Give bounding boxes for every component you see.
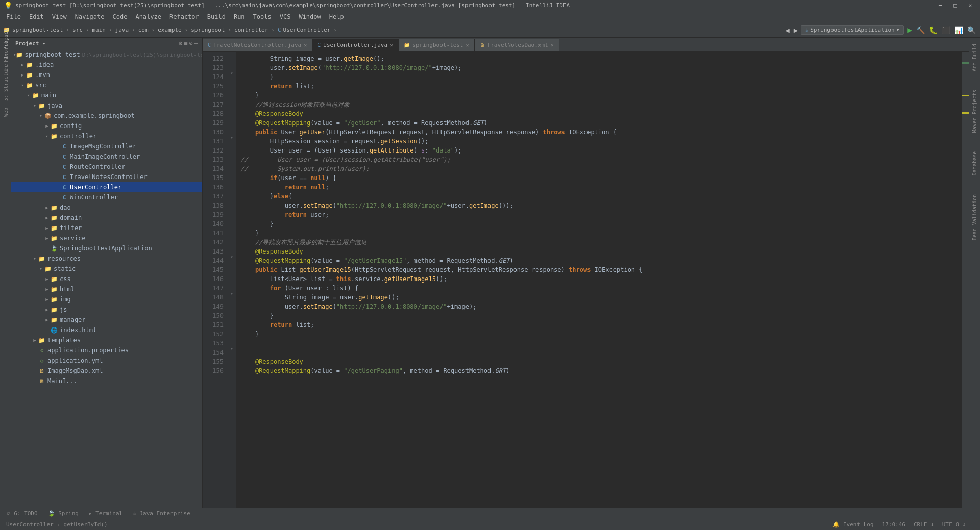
coverage-button[interactable]: 📊 xyxy=(953,25,964,35)
tree-item-usercontroller[interactable]: ▶ C UserController xyxy=(11,182,202,192)
tree-item-manager[interactable]: ▶ 📁 manager xyxy=(11,315,202,325)
bottom-tab-todo[interactable]: ☑ 6: TODO xyxy=(4,509,41,518)
scroll-from-source-icon[interactable]: ⊙ xyxy=(189,40,193,47)
tree-item-filter[interactable]: ▶ 📁 filter xyxy=(11,223,202,233)
bc-java[interactable]: java xyxy=(115,27,129,33)
tab-travelnotescontroller[interactable]: C TravelNotesController.java ✕ xyxy=(203,39,312,51)
sidebar-item-web[interactable]: Web xyxy=(2,108,10,116)
search-everywhere-icon[interactable]: 🔍 xyxy=(966,25,977,35)
tree-item-dao[interactable]: ▶ 📁 dao xyxy=(11,203,202,213)
tab-travelnotesdao-xml[interactable]: 🗎 TravelNotesDao.xml ✕ xyxy=(475,39,559,51)
menu-vcs[interactable]: VCS xyxy=(276,12,295,21)
status-encoding[interactable]: UTF-8 ↕ xyxy=(940,521,968,528)
menu-tools[interactable]: Tools xyxy=(249,12,276,21)
tab-close-icon-2[interactable]: ✕ xyxy=(390,42,393,48)
status-event-log[interactable]: 🔔 Event Log xyxy=(830,521,875,528)
menu-file[interactable]: File xyxy=(2,12,25,21)
bc-src[interactable]: src xyxy=(72,27,83,33)
maximize-button[interactable]: □ xyxy=(949,2,961,9)
tab-close-icon[interactable]: ✕ xyxy=(304,42,307,48)
menu-window[interactable]: Window xyxy=(295,12,325,21)
run-button[interactable]: ▶ xyxy=(906,24,913,36)
tree-item-js[interactable]: ▶ 📁 js xyxy=(11,305,202,315)
tree-item-app-yml[interactable]: ▶ ⚙ application.yml xyxy=(11,356,202,366)
right-panel-maven[interactable]: Maven Projects xyxy=(971,86,978,137)
tree-item-controller[interactable]: ▾ 📁 controller xyxy=(11,131,202,141)
close-panel-icon[interactable]: — xyxy=(194,40,198,47)
right-panel-bean[interactable]: Bean Validation xyxy=(971,190,978,244)
tab-close-icon-4[interactable]: ✕ xyxy=(551,42,554,48)
bc-springboot[interactable]: springboot xyxy=(191,27,225,33)
tree-item-mvn[interactable]: ▶ 📁 .mvn xyxy=(11,70,202,80)
bc-example[interactable]: example xyxy=(158,27,181,33)
bottom-tab-java-enterprise[interactable]: ☕ Java Enterprise xyxy=(130,509,193,518)
menu-analyze[interactable]: Analyze xyxy=(131,12,165,21)
tree-item-resources[interactable]: ▾ 📁 resources xyxy=(11,254,202,264)
tree-item-css[interactable]: ▶ 📁 css xyxy=(11,274,202,284)
tree-item-mainimage-xml[interactable]: ▶ 🗎 MainI... xyxy=(11,376,202,386)
tree-item-root[interactable]: ▾ 📁 springboot-test D:\springboot-test(2… xyxy=(11,49,202,60)
tree-item-idea[interactable]: ▶ 📁 .idea xyxy=(11,60,202,70)
bc-controller[interactable]: controller xyxy=(234,27,268,33)
navigate-forward-icon[interactable]: ▶ xyxy=(793,25,799,35)
bottom-tab-spring[interactable]: 🍃 Spring xyxy=(45,509,82,518)
tree-item-com-example[interactable]: ▾ 📦 com.example.springboot xyxy=(11,111,202,121)
tab-close-icon-3[interactable]: ✕ xyxy=(466,42,469,48)
html-folder-label: html xyxy=(60,286,75,293)
tree-item-java[interactable]: ▾ 📁 java xyxy=(11,100,202,111)
minimize-button[interactable]: ─ xyxy=(935,2,946,9)
tree-item-index-html[interactable]: ▶ 🌐 index.html xyxy=(11,325,202,335)
tree-item-main[interactable]: ▾ 📁 main xyxy=(11,90,202,100)
menu-edit[interactable]: Edit xyxy=(25,12,48,21)
tab-project-icon: 📁 xyxy=(404,42,410,48)
tree-item-route[interactable]: ▶ C RouteController xyxy=(11,162,202,172)
tree-item-service[interactable]: ▶ 📁 service xyxy=(11,233,202,243)
tree-item-imagemsg-xml[interactable]: ▶ 🗎 ImageMsgDao.xml xyxy=(11,366,202,376)
menu-build[interactable]: Build xyxy=(203,12,230,21)
stop-button[interactable]: ⬛ xyxy=(941,25,951,35)
root-path: D:\springboot-test(25)\springboot-te... xyxy=(82,52,202,58)
run-config-selector[interactable]: ☕ SpringbootTestApplication ▾ xyxy=(801,25,904,35)
close-button[interactable]: ✕ xyxy=(964,2,976,9)
tree-item-src[interactable]: ▾ 📁 src xyxy=(11,80,202,90)
code-editor[interactable]: String image = user.getImage(); user.set… xyxy=(236,52,962,508)
bc-springboot-test[interactable]: springboot-test xyxy=(12,27,63,33)
sidebar-item-favorites[interactable]: 2: Favorites xyxy=(2,49,10,57)
menu-code[interactable]: Code xyxy=(109,12,132,21)
tree-item-win[interactable]: ▶ C WinController xyxy=(11,192,202,203)
tree-item-config[interactable]: ▶ 📁 config xyxy=(11,121,202,131)
tab-springboot-test[interactable]: 📁 springboot-test ✕ xyxy=(399,39,474,51)
sync-icon[interactable]: ⚙ xyxy=(179,40,182,47)
tree-item-img[interactable]: ▶ 📁 img xyxy=(11,294,202,305)
src-label: src xyxy=(35,82,46,89)
tree-item-imagemsg[interactable]: ▶ C ImageMsgController xyxy=(11,141,202,152)
menu-run[interactable]: Run xyxy=(230,12,249,21)
status-line-ending[interactable]: CRLF ↕ xyxy=(912,521,936,528)
sidebar-item-structure[interactable]: 5: Structure xyxy=(2,79,10,87)
debug-button[interactable]: 🐛 xyxy=(928,25,939,35)
bc-com[interactable]: com xyxy=(138,27,149,33)
right-panel-database[interactable]: Database xyxy=(971,147,978,180)
tree-item-app-properties[interactable]: ▶ ⚙ application.properties xyxy=(11,345,202,356)
bottom-tab-terminal[interactable]: ▸ Terminal xyxy=(86,509,126,518)
tree-item-static[interactable]: ▾ 📁 static xyxy=(11,264,202,274)
collapse-all-icon[interactable]: ≡ xyxy=(184,40,187,47)
tree-item-templates[interactable]: ▶ 📁 templates xyxy=(11,335,202,345)
index-html-label: index.html xyxy=(60,326,96,334)
tree-item-mainimage[interactable]: ▶ C MainImageController xyxy=(11,152,202,162)
menu-refactor[interactable]: Refactor xyxy=(165,12,203,21)
build-button[interactable]: 🔨 xyxy=(915,25,926,35)
tree-item-springbootapp[interactable]: ▶ 🍃 SpringbootTestApplication xyxy=(11,243,202,254)
menu-help[interactable]: Help xyxy=(325,12,348,21)
bc-usercontroller[interactable]: UserController xyxy=(283,27,331,33)
right-panel-ant-build[interactable]: Ant Build xyxy=(971,40,978,75)
tree-item-travelnotes[interactable]: ▶ C TravelNotesController xyxy=(11,172,202,182)
tree-item-domain[interactable]: ▶ 📁 domain xyxy=(11,213,202,223)
bc-main[interactable]: main xyxy=(92,27,106,33)
tab-usercontroller[interactable]: C UserController.java ✕ xyxy=(312,39,399,51)
tree-item-html-folder[interactable]: ▶ 📁 html xyxy=(11,284,202,294)
menu-view[interactable]: View xyxy=(48,12,71,21)
menu-navigate[interactable]: Navigate xyxy=(71,12,109,21)
app-yml-label: application.yml xyxy=(47,357,103,364)
navigate-back-icon[interactable]: ◀ xyxy=(784,25,790,35)
